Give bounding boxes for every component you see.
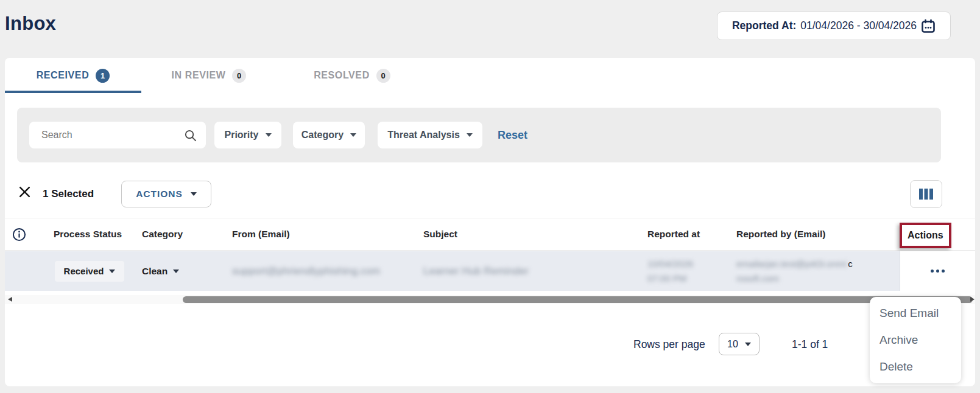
column-header-reported-at: Reported at — [647, 229, 736, 240]
category-filter-label: Category — [301, 130, 344, 141]
page-title: Inbox — [5, 13, 56, 35]
row-actions-button[interactable] — [923, 262, 952, 280]
tab-resolved[interactable]: RESOLVED 0 — [306, 58, 398, 93]
close-icon — [18, 186, 31, 198]
column-header-from-email: From (Email) — [232, 229, 423, 240]
reported-at-value: 01/04/2026 - 30/04/2026 — [800, 19, 917, 32]
column-header-actions: Actions — [900, 218, 975, 251]
actions-dropdown-label: ACTIONS — [136, 189, 183, 200]
chevron-down-icon — [350, 133, 356, 137]
search-box[interactable] — [29, 122, 206, 148]
column-settings-button[interactable] — [910, 180, 942, 208]
search-icon — [183, 128, 197, 142]
reported-at-label: Reported At: — [732, 19, 796, 32]
chevron-down-icon — [266, 133, 272, 137]
priority-filter-label: Priority — [224, 130, 258, 141]
priority-filter-button[interactable]: Priority — [214, 122, 281, 148]
filter-bar: Priority Category Threat Analysis Reset — [17, 108, 941, 162]
scroll-right-icon[interactable] — [970, 297, 975, 302]
tab-received-count-badge: 1 — [96, 69, 110, 83]
info-icon — [12, 228, 26, 242]
column-header-reported-by: Reported by (Email) — [736, 229, 900, 240]
tab-received[interactable]: RECEIVED 1 — [5, 58, 141, 93]
chevron-down-icon — [109, 270, 115, 273]
tab-in-review-label: IN REVIEW — [172, 70, 226, 81]
chevron-down-icon — [467, 133, 473, 137]
chevron-down-icon — [745, 343, 751, 346]
rows-per-page-label: Rows per page — [633, 338, 705, 351]
menu-item-archive[interactable]: Archive — [870, 327, 961, 353]
row-info-cell — [5, 251, 54, 291]
reported-by-redacted-line2: rosoft.com — [736, 271, 779, 285]
horizontal-scrollbar[interactable] — [5, 295, 975, 304]
inbox-card: RECEIVED 1 IN REVIEW 0 RESOLVED 0 Priori… — [5, 58, 975, 386]
actions-dropdown-button[interactable]: ACTIONS — [121, 181, 211, 207]
reported-by-redacted: emailarjan.test@p4Oi.onmi — [736, 259, 847, 269]
search-input[interactable] — [29, 130, 183, 141]
process-status-dropdown[interactable]: Received — [55, 261, 124, 282]
menu-item-delete[interactable]: Delete — [870, 353, 961, 380]
chevron-down-icon — [191, 192, 197, 196]
tab-in-review[interactable]: IN REVIEW 0 — [163, 58, 255, 93]
category-value: Clean — [142, 266, 167, 277]
from-email-redacted: support@phriendlyphishing.com — [232, 265, 380, 277]
category-dropdown[interactable]: Clean — [142, 266, 179, 277]
table-row[interactable]: Received Clean support@phriendlyphishing… — [5, 251, 975, 291]
process-status-value: Received — [64, 266, 104, 276]
table-header: Process Status Category From (Email) Sub… — [5, 218, 975, 251]
inbox-page: Inbox Reported At: 01/04/2026 - 30/04/20… — [0, 0, 980, 393]
reported-by-suffix: c — [848, 259, 853, 269]
scrollbar-thumb[interactable] — [183, 296, 973, 303]
selected-count: 1 Selected — [43, 188, 94, 200]
reset-button[interactable]: Reset — [498, 108, 527, 162]
ellipsis-icon — [931, 270, 934, 273]
threat-analysis-filter-label: Threat Analysis — [387, 130, 460, 141]
row-category-cell: Clean — [142, 251, 232, 291]
column-header-category: Category — [142, 229, 232, 240]
category-filter-button[interactable]: Category — [293, 122, 365, 148]
columns-icon — [918, 188, 934, 200]
row-actions-cell — [900, 251, 975, 291]
row-subject-cell: Learner Hub Reminder — [423, 251, 647, 291]
chevron-down-icon — [173, 270, 179, 273]
column-header-process-status: Process Status — [54, 229, 142, 240]
column-header-subject: Subject — [423, 229, 647, 240]
actions-column-highlight: Actions — [900, 223, 951, 248]
calendar-icon — [921, 19, 936, 33]
row-actions-menu: Send Email Archive Delete — [870, 297, 961, 383]
reported-at-time-redacted: 07:00 PM — [647, 271, 686, 285]
row-process-status-cell: Received — [54, 251, 142, 291]
pagination-range: 1-1 of 1 — [792, 338, 828, 351]
tab-resolved-count-badge: 0 — [376, 69, 390, 83]
reported-at-filter[interactable]: Reported At: 01/04/2026 - 30/04/2026 — [717, 12, 951, 40]
row-reported-at-cell: 10/04/2026 07:00 PM — [647, 251, 736, 291]
tab-received-label: RECEIVED — [37, 70, 90, 81]
menu-item-send-email[interactable]: Send Email — [870, 300, 961, 327]
rows-per-page-select[interactable]: 10 — [719, 333, 760, 355]
row-from-email-cell: support@phriendlyphishing.com — [232, 251, 423, 291]
info-column-header[interactable] — [5, 228, 54, 242]
tab-in-review-count-badge: 0 — [232, 69, 246, 83]
clear-selection-icon[interactable] — [18, 186, 31, 198]
pagination: Rows per page 10 1-1 of 1 — [5, 329, 975, 365]
row-reported-by-cell: emailarjan.test@p4Oi.onmic rosoft.com — [736, 251, 900, 291]
subject-redacted: Learner Hub Reminder — [423, 265, 529, 277]
reported-at-date-redacted: 10/04/2026 — [647, 257, 693, 271]
threat-analysis-filter-button[interactable]: Threat Analysis — [378, 122, 482, 148]
scroll-left-icon[interactable] — [8, 297, 12, 302]
tab-resolved-label: RESOLVED — [314, 70, 370, 81]
rows-per-page-value: 10 — [727, 339, 738, 350]
